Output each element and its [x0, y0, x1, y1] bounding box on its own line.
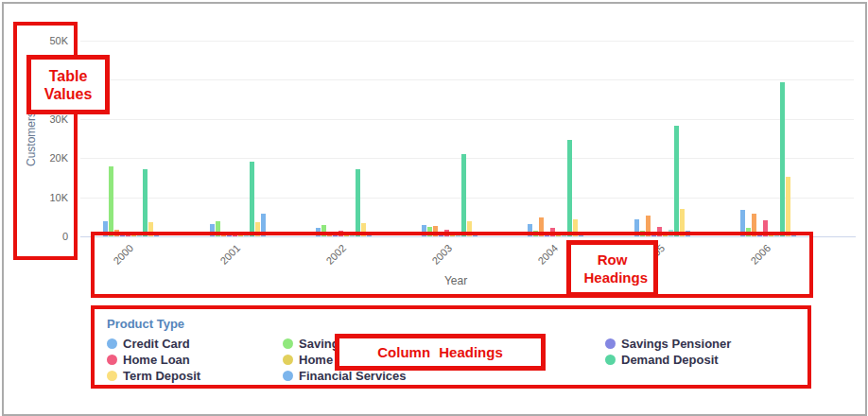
y-gridline: [80, 41, 854, 42]
bar-demand-deposit[interactable]: [461, 154, 466, 236]
bar-savings[interactable]: [109, 166, 113, 236]
bar-demand-deposit[interactable]: [567, 140, 572, 236]
bar-demand-deposit[interactable]: [356, 169, 360, 236]
bar-demand-deposit[interactable]: [674, 126, 679, 236]
y-gridline: [80, 198, 854, 199]
y-gridline: [80, 158, 854, 159]
annotation-label-column-headings: Column Headings: [335, 334, 546, 371]
annotation-rect-row-headings: [91, 232, 813, 298]
bar-term-deposit[interactable]: [786, 177, 790, 236]
bar-demand-deposit[interactable]: [250, 162, 254, 236]
annotation-label-row-headings: Row Headings: [566, 240, 658, 297]
annotation-label-table-values: Table Values: [26, 55, 110, 114]
bar-demand-deposit[interactable]: [780, 82, 785, 236]
bar-demand-deposit[interactable]: [143, 169, 148, 236]
y-gridline: [80, 119, 854, 120]
y-gridline: [80, 79, 854, 80]
chart-mapping-screenshot: 50K40K30K20K10K0200020012002200320042005…: [0, 0, 868, 416]
